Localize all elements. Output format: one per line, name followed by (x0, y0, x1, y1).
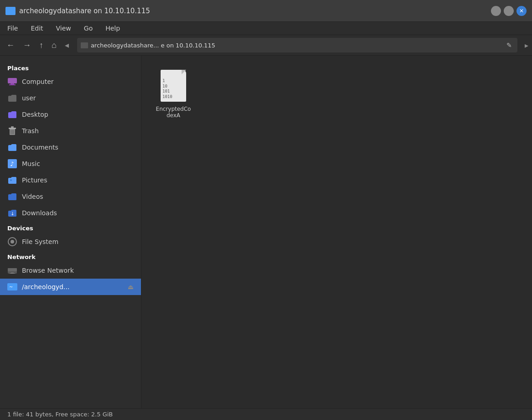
network-share-icon: ~ (7, 282, 17, 292)
sidebar-item-user[interactable]: user (0, 90, 141, 106)
sidebar-item-music[interactable]: ♪ Music (0, 156, 141, 172)
pictures-icon (7, 175, 17, 185)
eject-button[interactable]: ⏏ (128, 283, 134, 290)
back-button[interactable]: ← (4, 39, 17, 52)
network-section-label: Network (0, 250, 141, 262)
places-section-label: Places (0, 61, 141, 73)
sidebar-archeologyshare-label: /archeologyd... (22, 283, 69, 290)
svg-rect-18 (10, 273, 15, 274)
path-bar: archeologydatashare... e on 10.10.10.115… (77, 38, 517, 52)
svg-rect-0 (8, 78, 17, 83)
sidebar-pictures-label: Pictures (22, 176, 47, 184)
sidebar-item-trash[interactable]: Trash (0, 123, 141, 139)
browse-network-icon (7, 265, 17, 275)
menu-file[interactable]: File (5, 24, 20, 33)
svg-rect-17 (11, 273, 14, 273)
sidebar-trash-label: Trash (22, 127, 39, 135)
svg-rect-4 (9, 128, 16, 129)
sidebar-downloads-label: Downloads (22, 209, 57, 217)
menu-edit[interactable]: Edit (29, 24, 45, 33)
path-text: archeologydatashare... e on 10.10.10.115 (91, 42, 505, 49)
file-area: 1 10 101 1010 EncryptedCodexA (141, 56, 532, 408)
trash-icon (7, 126, 17, 136)
filesystem-icon (7, 237, 17, 247)
sidebar-videos-label: Videos (22, 193, 43, 200)
sidebar-item-downloads[interactable]: ↓ Downloads (0, 205, 141, 221)
user-folder-icon (7, 93, 17, 103)
svg-point-11 (10, 179, 12, 181)
file-icon: 1 10 101 1010 (159, 68, 188, 103)
svg-text:~: ~ (9, 285, 13, 290)
minimize-button[interactable] (491, 6, 501, 16)
sidebar-desktop-label: Desktop (22, 111, 48, 118)
svg-rect-16 (8, 268, 17, 271)
sidebar-user-label: user (22, 94, 36, 102)
status-bar: 1 file: 41 bytes, Free space: 2.5 GiB (0, 408, 532, 420)
file-icon-text: 1 10 101 1010 (162, 78, 172, 100)
svg-text:↓: ↓ (10, 211, 14, 216)
forward-button[interactable]: → (20, 39, 34, 52)
sidebar-item-documents[interactable]: Documents (0, 139, 141, 156)
videos-icon (7, 192, 17, 202)
sidebar-item-browse-network[interactable]: Browse Network (0, 262, 141, 279)
svg-rect-5 (11, 126, 14, 128)
devices-section-label: Devices (0, 221, 141, 233)
sidebar-music-label: Music (22, 160, 40, 167)
file-item[interactable]: 1 10 101 1010 EncryptedCodexA (151, 65, 196, 122)
sidebar-item-videos[interactable]: Videos (0, 188, 141, 205)
path-folder-icon (81, 42, 88, 48)
title-bar: archeologydatashare on 10.10.10.115 (0, 0, 532, 22)
documents-icon (7, 142, 17, 152)
menu-go[interactable]: Go (82, 24, 94, 33)
path-forward-arrow: ▸ (525, 41, 528, 50)
svg-text:♪: ♪ (10, 161, 14, 167)
window-title: archeologydatashare on 10.10.10.115 (19, 7, 150, 15)
home-button[interactable]: ⌂ (49, 39, 59, 52)
title-folder-icon (5, 7, 16, 15)
desktop-folder-icon (7, 109, 17, 119)
up-button[interactable]: ↑ (37, 39, 46, 52)
maximize-button[interactable] (504, 6, 514, 16)
file-icon-corner (182, 70, 186, 74)
path-edit-button[interactable]: ✎ (505, 41, 514, 50)
path-back-button[interactable]: ◂ (62, 38, 72, 52)
close-button[interactable] (516, 6, 527, 16)
menu-bar: File Edit View Go Help (0, 22, 532, 35)
sidebar-item-computer[interactable]: Computer (0, 73, 141, 90)
downloads-icon: ↓ (7, 208, 17, 218)
sidebar-item-archeologyshare[interactable]: ~ /archeologyd... ⏏ (0, 279, 141, 295)
svg-rect-1 (10, 83, 14, 84)
svg-rect-2 (9, 84, 16, 85)
sidebar-item-filesystem[interactable]: File System (0, 233, 141, 250)
sidebar-item-pictures[interactable]: Pictures (0, 172, 141, 188)
title-bar-controls (491, 6, 527, 16)
sidebar-computer-label: Computer (22, 78, 54, 85)
menu-help[interactable]: Help (104, 24, 122, 33)
computer-icon (7, 77, 17, 87)
sidebar-browse-network-label: Browse Network (22, 267, 74, 274)
status-text: 1 file: 41 bytes, Free space: 2.5 GiB (7, 411, 113, 418)
sidebar-filesystem-label: File System (22, 238, 58, 245)
sidebar-item-desktop[interactable]: Desktop (0, 106, 141, 123)
file-name: EncryptedCodexA (154, 106, 193, 119)
main-content: Places Computer user Desktop (0, 56, 532, 408)
sidebar: Places Computer user Desktop (0, 56, 141, 408)
title-bar-left: archeologydatashare on 10.10.10.115 (5, 7, 150, 15)
menu-view[interactable]: View (54, 24, 73, 33)
sidebar-documents-label: Documents (22, 144, 58, 151)
toolbar: ← → ↑ ⌂ ◂ archeologydatashare... e on 10… (0, 35, 532, 56)
music-icon: ♪ (7, 159, 17, 169)
svg-point-14 (10, 240, 14, 244)
